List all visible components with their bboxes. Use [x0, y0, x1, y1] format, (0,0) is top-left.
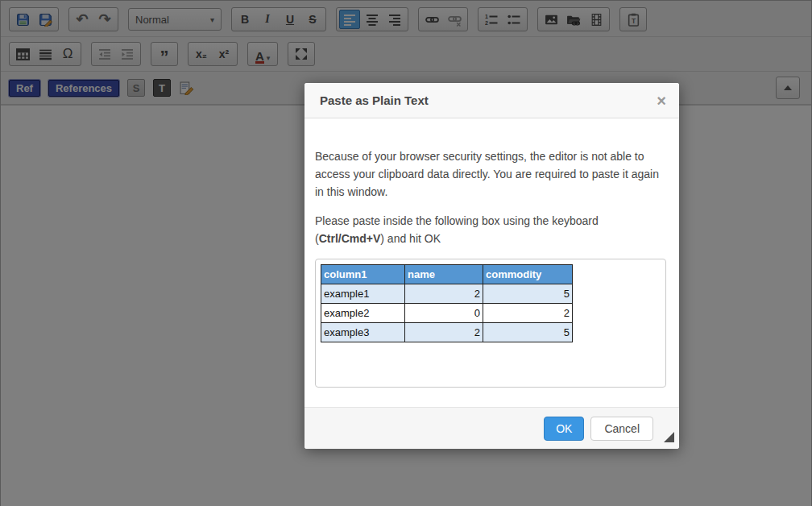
dialog-title: Paste as Plain Text — [320, 93, 429, 107]
ok-button[interactable]: OK — [544, 417, 584, 441]
security-notice-text: Because of your browser security setting… — [315, 147, 663, 201]
pasted-table: column1 name commodity example1 2 5 exam… — [321, 264, 573, 342]
paste-instruction-text: Please paste inside the following box us… — [315, 212, 663, 247]
table-cell: 2 — [405, 284, 483, 304]
table-cell: 2 — [405, 323, 483, 342]
paste-as-plain-text-dialog: Paste as Plain Text × Because of your br… — [304, 83, 679, 449]
dialog-body: Because of your browser security setting… — [304, 118, 679, 407]
cancel-button[interactable]: Cancel — [590, 417, 653, 441]
table-header-row: column1 name commodity — [321, 265, 573, 284]
close-icon[interactable]: × — [657, 93, 666, 109]
table-cell: 5 — [483, 323, 573, 342]
table-row: example2 0 2 — [321, 304, 573, 323]
paste-area[interactable]: column1 name commodity example1 2 5 exam… — [315, 259, 666, 388]
column-header: commodity — [483, 265, 573, 284]
table-row: example3 2 5 — [321, 323, 573, 342]
shortcut-text: Ctrl/Cmd+V — [319, 232, 381, 245]
column-header: column1 — [321, 265, 405, 284]
table-cell: 0 — [405, 304, 483, 323]
column-header: name — [405, 265, 483, 284]
table-cell: example2 — [321, 304, 405, 323]
table-cell: example3 — [321, 323, 405, 342]
dialog-footer: OK Cancel — [304, 407, 679, 449]
table-row: example1 2 5 — [321, 284, 573, 304]
table-cell: example1 — [321, 284, 405, 304]
table-cell: 2 — [483, 304, 573, 323]
table-cell: 5 — [483, 284, 573, 304]
dialog-header[interactable]: Paste as Plain Text × — [304, 83, 679, 118]
dialog-resize-handle[interactable] — [664, 432, 674, 442]
editor-screen: ↶ ↷ Normal ▾ B I U S — [0, 0, 812, 506]
